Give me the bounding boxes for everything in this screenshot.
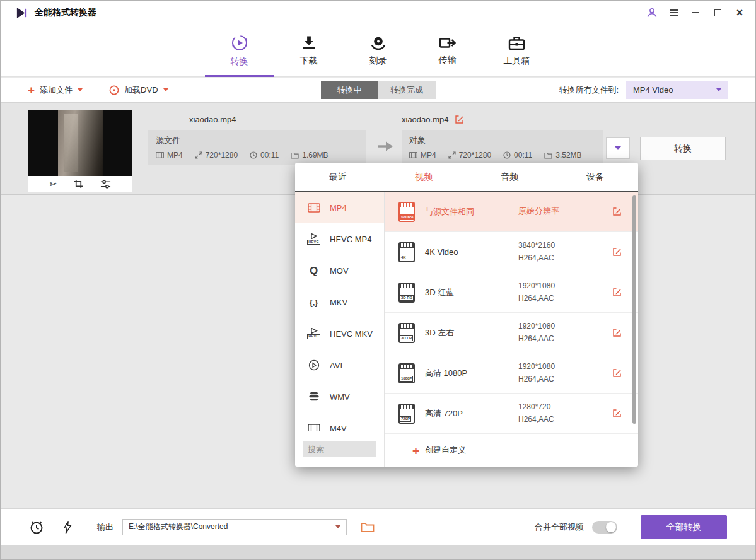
tab-finished[interactable]: 转换完成 bbox=[378, 81, 436, 99]
resolution-icon bbox=[195, 151, 202, 159]
trim-icon[interactable]: ✂ bbox=[50, 179, 57, 189]
tab-toolbox[interactable]: 工具箱 bbox=[489, 25, 545, 76]
resolution-icon bbox=[448, 151, 456, 159]
preset-4k-icon: 4K bbox=[398, 242, 415, 262]
preset-edit-icon[interactable] bbox=[612, 288, 622, 297]
source-label: 源文件 bbox=[156, 135, 358, 146]
tab-burn[interactable]: 刻录 bbox=[350, 25, 407, 76]
format-item-wmv[interactable]: WMV bbox=[295, 381, 384, 412]
convert-all-button[interactable]: 全部转换 bbox=[641, 515, 727, 539]
preset-edit-icon[interactable] bbox=[612, 247, 622, 257]
preset-1080p-icon: 1080P bbox=[398, 363, 415, 383]
preset-edit-icon[interactable] bbox=[612, 368, 622, 378]
format-icon bbox=[156, 152, 164, 158]
load-dvd-label: 加载DVD bbox=[124, 85, 158, 96]
popup-tab-device[interactable]: 设备 bbox=[552, 163, 638, 191]
close-button[interactable]: × bbox=[735, 8, 745, 18]
hevc-mp4-icon: HEVC bbox=[305, 233, 322, 245]
tab-download[interactable]: 下载 bbox=[281, 25, 337, 76]
format-item-label: HEVC MKV bbox=[330, 329, 373, 339]
global-output-format-select[interactable]: MP4 Video bbox=[626, 81, 728, 99]
sub-toolbar: + 添加文件 加载DVD 转换中 转换完成 转换所有文件到: MP4 Video bbox=[0, 78, 756, 103]
source-file-name: xiaodao.mp4 bbox=[189, 115, 236, 124]
size-icon bbox=[544, 152, 552, 159]
burn-icon bbox=[370, 35, 387, 51]
schedule-icon[interactable] bbox=[29, 520, 44, 535]
rename-edit-icon[interactable] bbox=[455, 115, 464, 124]
m4v-icon bbox=[305, 424, 322, 432]
bottom-bar: 输出 E:\全能格式转换器\Converted 合并全部视频 全部转换 bbox=[0, 508, 756, 545]
target-format-dropdown-button[interactable] bbox=[606, 137, 630, 159]
preset-row-3d-leftright[interactable]: 3D LR 3D 左右 1920*1080H264,AAC bbox=[385, 313, 638, 353]
merge-videos-toggle[interactable] bbox=[592, 521, 617, 534]
add-files-caret-icon[interactable] bbox=[78, 88, 83, 91]
mkv-icon: {,} bbox=[305, 298, 322, 306]
effects-icon[interactable] bbox=[100, 180, 111, 189]
convert-icon bbox=[231, 34, 248, 52]
tab-transfer[interactable]: 传输 bbox=[419, 25, 476, 76]
toggle-knob bbox=[606, 522, 616, 532]
format-item-m4v[interactable]: M4V bbox=[295, 412, 384, 431]
popup-tab-audio[interactable]: 音频 bbox=[467, 163, 552, 191]
edit-toolbar: ✂ bbox=[28, 176, 132, 192]
format-item-hevc-mkv[interactable]: HEVC HEVC MKV bbox=[295, 318, 384, 349]
create-custom-button[interactable]: + 创建自定义 bbox=[385, 434, 638, 467]
source-size: 1.69MB bbox=[291, 151, 328, 160]
high-speed-icon[interactable] bbox=[63, 520, 72, 534]
app-title: 全能格式转换器 bbox=[35, 7, 96, 18]
crop-icon[interactable] bbox=[74, 179, 83, 189]
duration-icon bbox=[250, 151, 257, 159]
maximize-button[interactable] bbox=[712, 8, 723, 18]
output-path-value: E:\全能格式转换器\Converted bbox=[129, 522, 228, 532]
preset-row-3d-redblue[interactable]: 3D RB 3D 红蓝 1920*1080H264,AAC bbox=[385, 272, 638, 313]
preset-row-720p[interactable]: 720P 高清 720P 1280*720H264,AAC bbox=[385, 394, 638, 434]
popup-tab-video[interactable]: 视频 bbox=[381, 163, 467, 191]
app-logo-icon bbox=[15, 6, 28, 20]
load-dvd-caret-icon[interactable] bbox=[163, 88, 168, 91]
merge-videos-label: 合并全部视频 bbox=[535, 522, 584, 533]
format-item-mov[interactable]: Q MOV bbox=[295, 255, 384, 286]
format-search-input[interactable] bbox=[303, 441, 376, 457]
tab-burn-label: 刻录 bbox=[369, 55, 387, 67]
transfer-icon bbox=[439, 35, 456, 50]
preset-row-4k[interactable]: 4K 4K Video 3840*2160H264,AAC bbox=[385, 232, 638, 272]
output-path-select[interactable]: E:\全能格式转换器\Converted bbox=[122, 519, 347, 535]
load-dvd-button[interactable]: 加载DVD bbox=[109, 85, 168, 96]
format-item-label: MP4 bbox=[330, 203, 347, 213]
target-file-name: xiaodao.mp4 bbox=[402, 115, 448, 124]
tab-convert[interactable]: 转换 bbox=[211, 25, 268, 76]
video-thumbnail[interactable] bbox=[28, 110, 132, 176]
main-nav: 转换 下载 刻录 传输 工具箱 bbox=[0, 25, 756, 77]
titlebar: 全能格式转换器 × bbox=[0, 0, 756, 25]
preset-scrollbar[interactable] bbox=[632, 195, 636, 424]
target-size: 3.52MB bbox=[544, 151, 581, 160]
format-item-label: WMV bbox=[330, 392, 350, 402]
format-item-mp4[interactable]: MP4 bbox=[295, 192, 384, 223]
preset-edit-icon[interactable] bbox=[612, 207, 622, 216]
open-folder-icon[interactable] bbox=[361, 522, 375, 533]
preset-row-same-as-source[interactable]: source 与源文件相同 原始分辨率 bbox=[385, 192, 638, 232]
convert-row-button[interactable]: 转换 bbox=[640, 137, 726, 160]
format-item-label: MOV bbox=[330, 266, 349, 276]
format-item-hevc-mp4[interactable]: HEVC HEVC MP4 bbox=[295, 223, 384, 255]
thumbnail-image bbox=[58, 110, 103, 176]
source-resolution: 720*1280 bbox=[195, 151, 238, 160]
dropdown-caret-icon bbox=[615, 146, 621, 150]
output-path-caret-icon bbox=[335, 525, 340, 528]
preset-edit-icon[interactable] bbox=[612, 409, 622, 418]
target-info-box: 对象 MP4 720*1280 00:11 3.52MB bbox=[402, 130, 603, 165]
menu-icon[interactable] bbox=[670, 8, 678, 18]
add-files-button[interactable]: + 添加文件 bbox=[28, 84, 83, 96]
popup-tab-recent[interactable]: 最近 bbox=[295, 163, 381, 191]
tab-converting[interactable]: 转换中 bbox=[321, 81, 378, 99]
duration-icon bbox=[503, 151, 511, 159]
account-icon[interactable] bbox=[646, 7, 658, 18]
source-to-target-arrow-icon bbox=[378, 141, 394, 152]
format-item-avi[interactable]: AVI bbox=[295, 349, 384, 381]
minimize-button[interactable] bbox=[690, 8, 701, 18]
format-item-mkv[interactable]: {,} MKV bbox=[295, 286, 384, 318]
target-format: MP4 bbox=[409, 151, 436, 160]
preset-row-1080p[interactable]: 1080P 高清 1080P 1920*1080H264,AAC bbox=[385, 353, 638, 394]
preset-edit-icon[interactable] bbox=[612, 328, 622, 337]
format-item-label: HEVC MP4 bbox=[330, 235, 371, 244]
